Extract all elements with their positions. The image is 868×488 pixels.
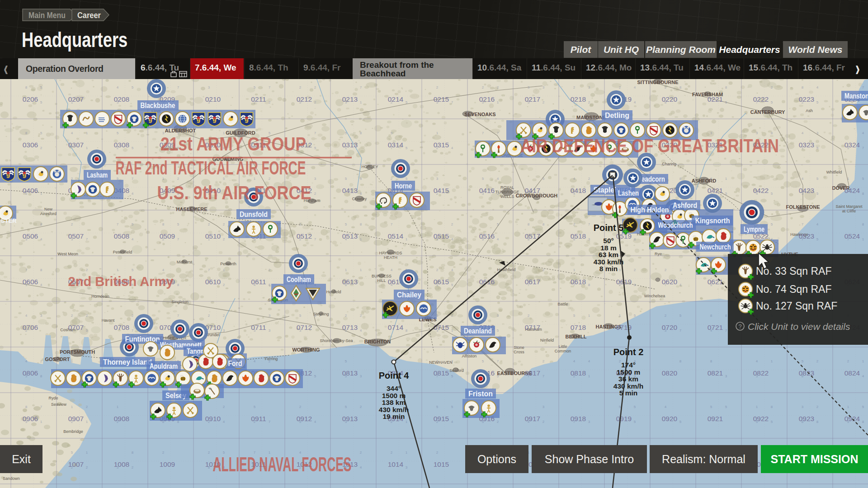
svg-text:7: 7 <box>862 85 864 89</box>
svg-text:8: 8 <box>25 405 28 409</box>
svg-text:7: 7 <box>269 420 271 424</box>
svg-text:19 min: 19 min <box>382 413 405 420</box>
svg-text:7: 7 <box>391 237 393 241</box>
svg-text:8: 8 <box>40 374 42 378</box>
svg-text:1: 1 <box>208 237 210 241</box>
svg-text:1: 1 <box>862 237 864 241</box>
svg-text:ALDERSHOT: ALDERSHOT <box>165 128 196 133</box>
svg-text:1014: 1014 <box>388 460 404 468</box>
svg-text:3: 3 <box>725 374 727 378</box>
svg-text:2: 2 <box>436 268 439 272</box>
svg-text:1500 m: 1500 m <box>382 392 406 399</box>
svg-text:4: 4 <box>314 420 316 424</box>
svg-text:3: 3 <box>360 374 362 378</box>
svg-text:3: 3 <box>314 314 316 318</box>
svg-text:Deanland: Deanland <box>464 327 492 335</box>
svg-text:8: 8 <box>710 314 712 318</box>
svg-text:2: 2 <box>542 100 545 104</box>
svg-text:5: 5 <box>497 222 499 226</box>
svg-text:2: 2 <box>208 420 210 424</box>
svg-text:4: 4 <box>634 85 636 89</box>
svg-text:3: 3 <box>756 374 758 378</box>
svg-text:1: 1 <box>771 359 773 363</box>
svg-text:4: 4 <box>816 222 819 226</box>
svg-text:5: 5 <box>482 420 484 424</box>
svg-text:4: 4 <box>588 359 590 363</box>
svg-text:PORTSMOUTH: PORTSMOUTH <box>60 349 95 355</box>
svg-text:4: 4 <box>40 237 42 241</box>
svg-text:7: 7 <box>756 100 758 104</box>
svg-text:2: 2 <box>542 268 545 272</box>
svg-text:3: 3 <box>208 85 210 89</box>
svg-text:Ferring: Ferring <box>265 357 278 361</box>
svg-text:7: 7 <box>86 237 88 241</box>
svg-text:1: 1 <box>71 359 73 363</box>
svg-text:2: 2 <box>482 85 484 89</box>
svg-text:8: 8 <box>25 85 28 89</box>
svg-text:5: 5 <box>725 192 727 196</box>
svg-text:Apuldram: Apuldram <box>150 362 178 370</box>
svg-text:ASHFORD: ASHFORD <box>692 178 716 183</box>
svg-text:7: 7 <box>482 131 484 135</box>
svg-text:Coolham: Coolham <box>287 276 311 283</box>
svg-text:7: 7 <box>847 237 849 241</box>
svg-text:Seaford: Seaford <box>449 368 464 373</box>
svg-text:4: 4 <box>862 131 864 135</box>
svg-text:2: 2 <box>588 177 590 181</box>
svg-text:5: 5 <box>482 100 484 104</box>
svg-text:138 km: 138 km <box>382 399 406 406</box>
svg-text:1: 1 <box>436 131 439 135</box>
svg-text:5 min: 5 min <box>619 389 637 397</box>
svg-text:5: 5 <box>725 100 727 104</box>
svg-text:Common: Common <box>555 349 571 353</box>
svg-text:8: 8 <box>542 222 545 226</box>
svg-text:High Halden: High Halden <box>631 206 669 214</box>
svg-text:1: 1 <box>223 268 225 272</box>
svg-text:4: 4 <box>223 420 225 424</box>
svg-text:1: 1 <box>71 405 73 409</box>
svg-text:2: 2 <box>314 192 316 196</box>
svg-text:3: 3 <box>665 328 667 333</box>
svg-text:5: 5 <box>451 374 453 378</box>
svg-text:7: 7 <box>360 85 362 89</box>
svg-text:Shoreham-by-Sea: Shoreham-by-Sea <box>320 338 353 343</box>
svg-text:1: 1 <box>802 146 804 150</box>
svg-text:8: 8 <box>528 237 530 241</box>
svg-text:1: 1 <box>117 268 119 272</box>
svg-text:Woodchurch: Woodchurch <box>658 221 693 229</box>
svg-text:0508: 0508 <box>114 232 129 240</box>
svg-text:8: 8 <box>802 420 804 424</box>
svg-text:5: 5 <box>634 405 636 409</box>
svg-text:Point 4: Point 4 <box>379 371 410 380</box>
svg-text:7: 7 <box>802 222 804 226</box>
svg-text:2: 2 <box>223 222 225 226</box>
svg-text:3: 3 <box>269 328 271 333</box>
svg-text:8: 8 <box>588 283 590 287</box>
svg-text:7: 7 <box>208 268 210 272</box>
svg-text:Whitfield: Whitfield <box>826 170 842 174</box>
svg-text:Chailey: Chailey <box>397 291 421 299</box>
svg-text:7: 7 <box>132 328 134 333</box>
svg-text:4: 4 <box>862 374 864 378</box>
svg-text:8: 8 <box>177 283 179 287</box>
svg-text:3: 3 <box>314 177 316 181</box>
svg-text:5: 5 <box>756 420 758 424</box>
svg-text:4: 4 <box>360 328 362 333</box>
svg-text:1: 1 <box>117 405 119 409</box>
svg-text:3: 3 <box>254 328 256 333</box>
svg-text:7: 7 <box>314 131 316 135</box>
svg-text:8: 8 <box>360 192 362 196</box>
svg-text:Manston: Manston <box>844 92 868 100</box>
svg-text:0206: 0206 <box>23 95 38 103</box>
svg-text:0708: 0708 <box>114 324 129 331</box>
svg-text:3: 3 <box>588 420 590 424</box>
svg-text:8: 8 <box>771 131 773 135</box>
svg-text:HORLEY: HORLEY <box>361 164 378 169</box>
svg-text:5: 5 <box>345 177 347 181</box>
svg-text:4: 4 <box>391 283 393 287</box>
svg-text:2: 2 <box>40 146 42 150</box>
svg-text:2: 2 <box>619 85 621 89</box>
svg-text:5: 5 <box>802 359 804 363</box>
svg-text:No. 74 Sqn RAF: No. 74 Sqn RAF <box>756 283 831 295</box>
svg-text:344°: 344° <box>387 385 401 392</box>
